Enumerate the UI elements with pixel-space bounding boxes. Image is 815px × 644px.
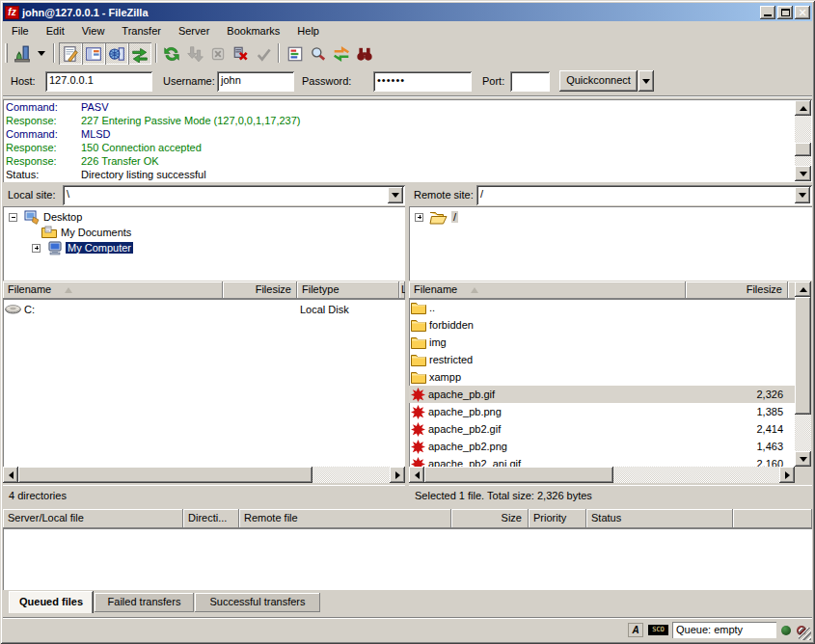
toggle-remote-tree-button[interactable] xyxy=(105,42,128,65)
filter-button[interactable] xyxy=(284,42,307,65)
scroll-down-button[interactable] xyxy=(795,166,811,181)
my-documents-icon xyxy=(41,226,57,239)
scroll-up-button[interactable] xyxy=(795,282,811,297)
column-header-priority[interactable]: Priority xyxy=(529,509,586,528)
remote-file-row-selected[interactable]: apache_pb.gif 2,326 xyxy=(409,386,795,403)
remote-file-row[interactable]: xampp xyxy=(409,368,795,386)
remote-treeview-icon xyxy=(108,45,125,63)
toolbar-grip[interactable] xyxy=(5,43,8,63)
remote-file-row[interactable]: restricted xyxy=(409,351,795,368)
toggle-log-button[interactable] xyxy=(59,42,82,65)
column-header-filesize[interactable]: Filesize xyxy=(223,282,297,299)
refresh-button[interactable] xyxy=(160,42,183,65)
remote-file-row[interactable]: apache_pb.png 1,385 xyxy=(409,403,795,420)
cancel-button[interactable] xyxy=(206,42,230,65)
site-manager-dropdown-button[interactable] xyxy=(35,42,48,65)
menu-transfer[interactable]: Transfer xyxy=(113,23,170,39)
column-header-size[interactable]: Size xyxy=(451,509,529,528)
column-header-filetype[interactable]: Filetype xyxy=(297,282,399,299)
minimize-button[interactable] xyxy=(760,6,775,19)
tab-failed-transfers[interactable]: Failed transfers xyxy=(95,593,194,612)
column-header-filename[interactable]: Filename xyxy=(3,282,223,299)
username-input[interactable]: john xyxy=(217,71,294,92)
site-manager-button[interactable] xyxy=(11,42,34,65)
local-site-combobox[interactable]: \ xyxy=(63,185,405,205)
remote-list-hscrollbar[interactable] xyxy=(409,467,795,483)
tree-item-desktop[interactable]: Desktop xyxy=(3,209,82,225)
find-files-button[interactable] xyxy=(353,42,376,65)
password-input[interactable]: •••••• xyxy=(373,71,472,92)
scroll-down-button[interactable] xyxy=(795,451,811,467)
local-site-dropdown-button[interactable] xyxy=(388,187,403,203)
compare-button[interactable] xyxy=(307,42,330,65)
scroll-left-button[interactable] xyxy=(409,467,424,483)
file-name: apache_pb2_ani.gif xyxy=(428,458,521,467)
menu-server[interactable]: Server xyxy=(170,23,218,39)
scroll-right-button[interactable] xyxy=(779,467,795,483)
quickconnect-button[interactable]: Quickconnect xyxy=(559,70,638,92)
folder-icon xyxy=(411,319,426,332)
port-input[interactable] xyxy=(510,71,550,92)
disconnect-button[interactable] xyxy=(230,42,253,65)
local-site-label: Local site: xyxy=(8,189,56,201)
remote-file-row[interactable]: apache_pb2.png 1,463 xyxy=(409,438,795,455)
remote-file-row[interactable]: apache_pb2.gif 2,414 xyxy=(409,420,795,438)
column-header-lastmodified[interactable]: L xyxy=(399,282,405,299)
scroll-left-button[interactable] xyxy=(3,467,18,483)
tree-item-my-computer[interactable]: My Computer xyxy=(3,240,133,255)
remote-site-dropdown-button[interactable] xyxy=(795,187,810,203)
toggle-queue-button[interactable] xyxy=(128,42,151,65)
scroll-thumb[interactable] xyxy=(795,143,811,156)
column-header-direction[interactable]: Directi... xyxy=(183,509,239,528)
log-line-label: Response: xyxy=(6,154,81,168)
tab-queued-files[interactable]: Queued files xyxy=(9,591,94,613)
menu-help[interactable]: Help xyxy=(288,23,328,39)
expand-icon[interactable] xyxy=(415,213,423,222)
local-status-bar: 4 directories xyxy=(3,485,405,505)
menu-view[interactable]: View xyxy=(73,23,114,39)
remote-file-row[interactable]: apache_pb2_ani.gif 2,160 xyxy=(409,455,795,467)
tree-item-root[interactable]: / xyxy=(409,209,458,225)
tab-successful-transfers[interactable]: Successful transfers xyxy=(195,593,320,612)
resize-grip[interactable] xyxy=(799,628,811,640)
collapse-icon[interactable] xyxy=(9,213,17,222)
log-scrollbar[interactable] xyxy=(795,100,811,181)
scroll-thumb[interactable] xyxy=(795,297,811,415)
scroll-up-button[interactable] xyxy=(795,100,811,116)
menu-file[interactable]: File xyxy=(3,23,38,39)
column-header-filename[interactable]: Filename xyxy=(409,282,686,299)
site-manager-icon xyxy=(14,45,31,63)
column-header-server-local-file[interactable]: Server/Local file xyxy=(3,509,183,528)
host-label: Host: xyxy=(11,75,36,87)
maximize-button[interactable] xyxy=(777,6,793,19)
close-button[interactable]: ✕ xyxy=(795,6,810,19)
remote-file-row[interactable]: img xyxy=(409,334,795,351)
log-line-text: MLSD xyxy=(81,128,111,140)
column-header-status[interactable]: Status xyxy=(586,509,733,528)
reconnect-button[interactable] xyxy=(253,42,276,65)
scroll-thumb[interactable] xyxy=(424,467,613,483)
queue-header: Server/Local file Directi... Remote file… xyxy=(3,509,812,528)
host-input[interactable]: 127.0.0.1 xyxy=(45,71,152,92)
quickconnect-dropdown-button[interactable] xyxy=(638,70,654,92)
remote-list-vscrollbar[interactable] xyxy=(795,282,811,467)
local-file-row[interactable]: C: Local Disk xyxy=(3,301,405,318)
menu-bookmarks[interactable]: Bookmarks xyxy=(218,23,288,39)
scroll-thumb[interactable] xyxy=(18,467,312,483)
scroll-right-button[interactable] xyxy=(390,467,405,483)
remote-file-row[interactable]: forbidden xyxy=(409,316,795,334)
remote-site-combobox[interactable]: / xyxy=(476,185,812,205)
expand-icon[interactable] xyxy=(32,244,41,253)
scroll-track[interactable] xyxy=(795,116,811,166)
tree-item-my-documents[interactable]: My Documents xyxy=(3,225,131,240)
toggle-local-tree-button[interactable] xyxy=(82,42,105,65)
remote-file-row[interactable]: .. xyxy=(409,299,795,316)
sync-browsing-button[interactable] xyxy=(330,42,353,65)
menu-edit[interactable]: Edit xyxy=(38,23,73,39)
local-list-hscrollbar[interactable] xyxy=(3,467,405,483)
column-header-filesize[interactable]: Filesize xyxy=(686,282,788,299)
process-queue-button[interactable] xyxy=(183,42,206,65)
column-header-remote-file[interactable]: Remote file xyxy=(239,509,451,528)
title-bar[interactable]: fz john@127.0.0.1 - FileZilla ✕ xyxy=(3,3,812,21)
local-treeview-icon xyxy=(85,45,102,63)
